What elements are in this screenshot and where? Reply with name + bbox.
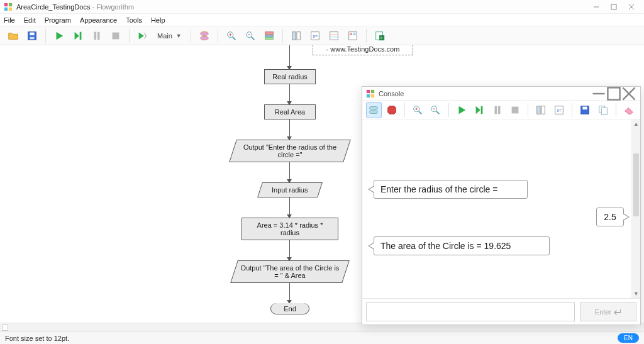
input-node-radius[interactable]: Input radius [257,182,323,197]
console-window: Console x= Enter the radius of the circl… [362,86,641,325]
svg-rect-0 [4,3,8,6]
layout-button[interactable] [261,28,277,44]
enter-icon [614,309,621,315]
function-selector-label: Main [157,32,172,40]
svg-rect-30 [292,31,295,40]
menu-help[interactable]: Help [151,16,165,24]
zoom-in-button[interactable] [223,28,240,44]
stop-button[interactable] [108,28,124,44]
console-zoom-out-button[interactable] [428,102,443,118]
svg-rect-48 [608,87,619,99]
svg-rect-9 [30,32,34,35]
console-close-button[interactable] [621,89,636,99]
svg-marker-12 [75,31,79,40]
menubar: File Edit Program Appearance Tools Help [0,14,644,26]
svg-rect-13 [80,31,82,40]
svg-rect-66 [512,106,519,113]
console-icon [366,89,375,98]
app-name: - Flowgorithm [90,3,134,11]
console-maximize-button[interactable] [606,89,621,99]
declare-node-area[interactable]: Real Area [264,104,316,119]
assign-node-area[interactable]: Area = 3.14 * radius * radius [242,218,338,240]
console-panel-button[interactable] [533,102,548,118]
export-button[interactable]: x [372,28,388,44]
console-stop2-button[interactable] [508,102,523,118]
zoom-out-button[interactable] [242,28,258,44]
end-node[interactable]: End [270,303,309,314]
output-node-prompt[interactable]: Output "Enter the radius of the circle =… [229,140,351,162]
console-enter-button: Enter [580,302,636,321]
menu-program[interactable]: Program [45,16,71,24]
close-button[interactable] [623,1,640,13]
svg-rect-14 [94,31,97,40]
run-speed-button[interactable] [135,28,151,44]
maximize-button[interactable] [605,1,623,13]
variables-button[interactable]: x= [307,28,323,44]
svg-rect-34 [330,31,338,40]
svg-rect-28 [265,35,273,37]
svg-point-19 [200,36,208,40]
svg-rect-67 [537,106,540,114]
console-output-bubble: Enter the radius of the circle = [374,180,528,199]
svg-marker-17 [139,32,144,39]
menu-appearance[interactable]: Appearance [80,16,117,24]
console-pause-button[interactable] [489,102,504,118]
console-variables-button[interactable]: x= [552,102,567,118]
console-copy-button[interactable] [595,102,610,118]
svg-rect-43 [367,89,370,92]
console-titlebar[interactable]: Console [362,87,640,101]
console-save-button[interactable] [577,102,592,118]
console-view-button[interactable] [366,102,382,118]
status-text: Font size set to 12pt. [5,335,69,342]
console-step-button[interactable] [472,102,487,118]
console-stop-button[interactable] [384,102,399,118]
svg-rect-38 [350,33,352,35]
svg-rect-1 [9,3,12,6]
console-clear-button[interactable] [621,102,636,118]
scroll-thumb[interactable] [633,153,639,216]
panel3-button[interactable] [326,28,342,44]
svg-rect-74 [601,108,607,114]
scroll-left-button[interactable] [2,325,8,331]
console-minimize-button[interactable] [591,89,606,99]
svg-rect-45 [367,94,370,97]
svg-rect-31 [297,31,300,40]
scroll-down-icon[interactable]: ▼ [632,289,640,298]
run-button[interactable] [51,28,67,44]
svg-line-25 [252,36,255,40]
pause-button[interactable] [89,28,105,44]
svg-rect-2 [4,7,8,10]
svg-rect-27 [265,31,273,35]
flow-arrow [289,119,290,140]
declare-node-radius[interactable]: Real radius [264,69,316,84]
output-node-result[interactable]: Output "The area of the Circle is = " & … [230,260,350,283]
shapes-button[interactable] [196,28,213,44]
svg-marker-53 [387,106,396,114]
flow-arrow [289,283,290,303]
scroll-up-icon[interactable]: ▲ [632,119,640,128]
panel4-button[interactable] [345,28,361,44]
svg-marker-61 [458,106,465,114]
svg-marker-75 [625,108,633,114]
minimize-button[interactable] [587,1,605,13]
svg-rect-44 [371,89,374,92]
svg-rect-16 [113,32,119,39]
panel1-button[interactable] [288,28,304,44]
console-title: Console [379,90,404,97]
menu-file[interactable]: File [4,16,15,24]
save-button[interactable] [24,28,40,44]
menu-tools[interactable]: Tools [126,16,142,24]
menu-edit[interactable]: Edit [24,16,36,24]
svg-rect-10 [30,36,34,39]
svg-text:x=: x= [313,33,318,38]
step-button[interactable] [70,28,86,44]
language-pill[interactable]: EN [618,333,639,343]
console-zoom-in-button[interactable] [410,102,425,118]
function-selector[interactable]: Main ▼ [153,32,186,40]
console-input-field[interactable] [366,302,575,321]
comment-box[interactable]: - www.TestingDocs.com [313,45,413,55]
console-output-bubble: The area of the Circle is = 19.625 [374,236,550,255]
console-run-button[interactable] [454,102,469,118]
console-vertical-scrollbar[interactable]: ▲ ▼ [631,119,640,298]
open-button[interactable] [5,28,21,44]
